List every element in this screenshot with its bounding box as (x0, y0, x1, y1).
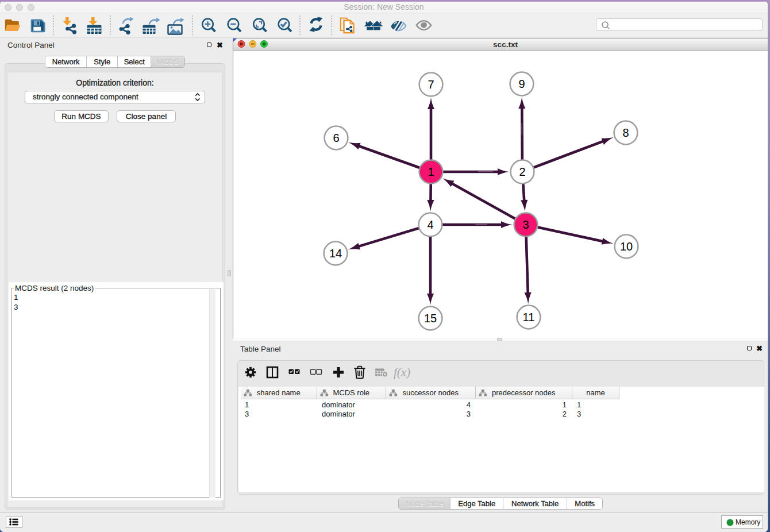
svg-text:15: 15 (424, 312, 437, 325)
svg-text:7: 7 (428, 78, 434, 91)
svg-text:10: 10 (620, 240, 633, 253)
svg-text:2: 2 (519, 165, 525, 178)
svg-text:1: 1 (428, 165, 434, 178)
svg-text:9: 9 (518, 78, 525, 90)
svg-text:8: 8 (622, 126, 629, 139)
svg-text:14: 14 (329, 247, 342, 260)
svg-text:11: 11 (523, 311, 535, 323)
svg-text:f(x): f(x) (394, 365, 410, 379)
svg-text:3: 3 (522, 218, 529, 231)
svg-text:4: 4 (427, 218, 433, 231)
svg-text:6: 6 (333, 132, 339, 144)
